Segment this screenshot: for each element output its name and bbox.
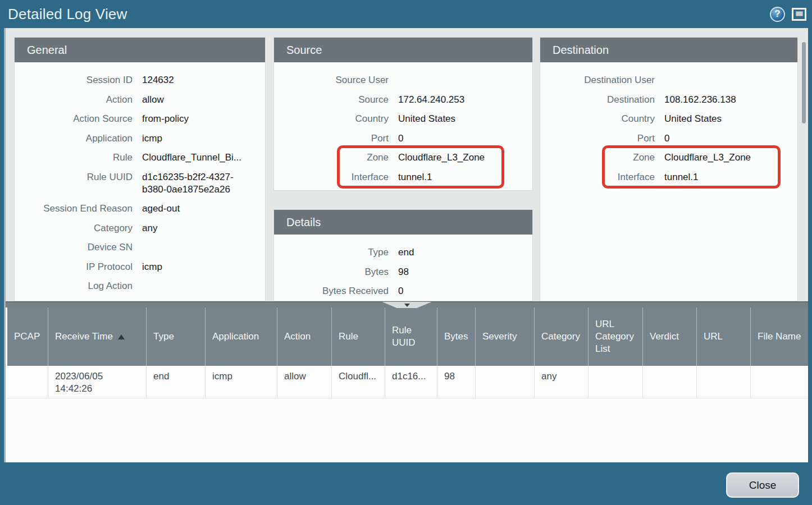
cell-rule-uuid: d1c16... (385, 366, 437, 398)
field-label: Rule (15, 152, 133, 164)
column-label: Bytes (444, 330, 468, 343)
field-value: d1c16235-b2f2-4327-b380-0ae1875e2a26 (133, 171, 265, 196)
field-port: Port0 (274, 132, 532, 152)
field-interface: Interfacetunnel.1 (274, 171, 532, 191)
sort-ascending-icon (118, 334, 125, 339)
field-label: Country (540, 113, 655, 125)
field-label: Interface (274, 171, 389, 183)
column-header-type[interactable]: Type (146, 307, 205, 366)
column-label: URL Category List (595, 318, 639, 355)
cell-bytes: 98 (437, 366, 475, 398)
cell-url-category-list (588, 366, 642, 398)
field-label: Type (274, 246, 389, 259)
log-table-row[interactable]: 2023/06/05 14:42:26 end icmp allow Cloud… (7, 366, 808, 398)
field-label: Action (15, 94, 133, 106)
destination-panel-header: Destination (540, 38, 797, 62)
column-header-severity[interactable]: Severity (475, 307, 534, 366)
field-label: Interface (540, 171, 655, 183)
titlebar: Detailed Log View ? (0, 0, 812, 28)
field-label: Application (15, 132, 133, 145)
field-interface: Interfacetunnel.1 (540, 171, 797, 191)
field-country: CountryUnited States (274, 113, 532, 132)
field-value (389, 74, 532, 86)
collapse-handle[interactable] (382, 302, 432, 308)
field-label: Source User (274, 74, 389, 86)
field-value: 108.162.236.138 (655, 94, 797, 106)
field-ip-protocol: IP Protocolicmp (15, 261, 265, 281)
field-value: 172.64.240.253 (389, 94, 532, 106)
column-header-file-name[interactable]: File Name (750, 307, 808, 366)
vertical-scrollbar-thumb[interactable] (802, 42, 806, 123)
column-header-rule[interactable]: Rule (331, 307, 385, 366)
field-device-sn: Device SN (15, 241, 265, 261)
cell-severity (475, 366, 534, 398)
field-label: Country (274, 113, 389, 125)
help-icon[interactable]: ? (770, 7, 785, 22)
column-header-category[interactable]: Category (534, 307, 588, 366)
cell-type: end (146, 366, 205, 398)
field-label: Log Action (15, 280, 133, 292)
column-label: Action (284, 330, 311, 343)
column-label: File Name (758, 330, 801, 343)
column-header-pcap[interactable]: PCAP (7, 307, 48, 366)
column-header-application[interactable]: Application (205, 307, 277, 366)
general-panel-body: Session ID124632 Actionallow Action Sour… (15, 62, 265, 301)
field-value: any (133, 222, 265, 235)
field-value: United States (389, 113, 532, 125)
field-zone: ZoneCloudflare_L3_Zone (540, 152, 797, 171)
column-header-url-category-list[interactable]: URL Category List (588, 307, 642, 366)
column-label: Rule UUID (392, 324, 434, 349)
column-header-verdict[interactable]: Verdict (642, 307, 696, 366)
field-value: aged-out (133, 203, 265, 215)
cell-application: icmp (205, 366, 277, 398)
field-label: IP Protocol (15, 261, 133, 273)
field-label: Bytes (274, 266, 389, 278)
field-port: Port0 (540, 132, 797, 152)
field-bytes: Bytes98 (274, 266, 532, 286)
field-country: CountryUnited States (540, 113, 797, 132)
restore-window-icon[interactable] (792, 8, 806, 21)
field-value: United States (655, 113, 797, 125)
column-header-receive-time[interactable]: Receive Time (48, 307, 146, 366)
field-label: Port (540, 132, 655, 145)
field-label: Port (274, 132, 389, 145)
detailed-log-view-dialog: Detailed Log View ? General Session ID12… (0, 0, 812, 505)
field-source: Source172.64.240.253 (274, 94, 532, 113)
field-session-end-reason: Session End Reasonaged-out (15, 203, 265, 222)
cell-action: allow (277, 366, 331, 398)
field-label: Session End Reason (15, 203, 133, 215)
field-label: Rule UUID (15, 171, 133, 196)
chevron-down-icon (404, 304, 410, 307)
restore-window-pane (796, 11, 803, 16)
field-value (133, 241, 265, 254)
column-label: Verdict (650, 330, 679, 343)
field-application: Applicationicmp (15, 132, 265, 152)
source-panel: Source Source User Source172.64.240.253 … (273, 37, 533, 191)
log-detail-section: General Session ID124632 Actionallow Act… (6, 28, 808, 301)
field-label: Destination User (540, 74, 655, 86)
close-button[interactable]: Close (726, 472, 799, 498)
field-log-action: Log Action (15, 280, 265, 300)
field-label: Destination (540, 94, 655, 106)
field-value: end (389, 246, 532, 259)
field-type: Typeend (274, 246, 532, 266)
cell-receive-time: 2023/06/05 14:42:26 (48, 366, 146, 398)
cell-category: any (534, 366, 588, 398)
column-header-bytes[interactable]: Bytes (437, 307, 475, 366)
column-label: Rule (339, 330, 358, 343)
cell-url (696, 366, 750, 398)
field-destination: Destination108.162.236.138 (540, 94, 797, 113)
general-panel: General Session ID124632 Actionallow Act… (14, 37, 266, 301)
field-action: Actionallow (15, 94, 265, 113)
details-panel-header: Details (274, 210, 532, 235)
column-header-rule-uuid[interactable]: Rule UUID (385, 307, 437, 366)
field-value: 0 (389, 132, 532, 145)
field-label: Category (15, 222, 133, 235)
titlebar-icons: ? (770, 7, 812, 22)
column-label: URL (704, 330, 723, 343)
column-label: PCAP (14, 330, 40, 343)
field-value: 98 (389, 266, 532, 278)
details-panel-body: Typeend Bytes98 Bytes Received0 (274, 235, 532, 301)
column-header-action[interactable]: Action (277, 307, 331, 366)
column-header-url[interactable]: URL (696, 307, 750, 366)
